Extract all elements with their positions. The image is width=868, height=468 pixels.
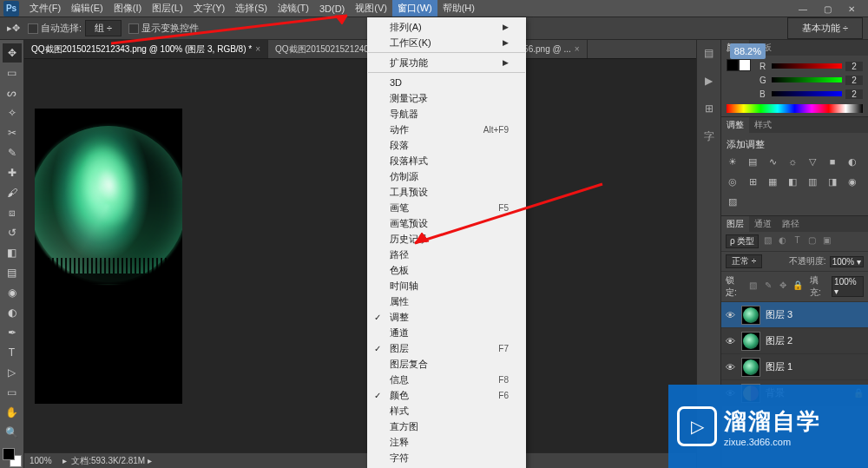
adj-invert-icon[interactable]: ◧: [786, 176, 799, 188]
layer-thumb[interactable]: [741, 332, 760, 351]
visibility-icon[interactable]: 👁: [726, 362, 736, 372]
adj-mixer-icon[interactable]: ⊞: [746, 176, 759, 188]
menu-navigator[interactable]: 导航器: [367, 106, 526, 122]
b-slider[interactable]: [772, 91, 842, 96]
adj-bw-icon[interactable]: ◐: [846, 156, 858, 168]
adj-vibrance-icon[interactable]: ▽: [806, 156, 819, 168]
gradient-tool[interactable]: ▤: [3, 263, 22, 282]
adj-exposure-icon[interactable]: ☼: [786, 156, 799, 168]
menu-3d[interactable]: 3D: [367, 75, 526, 90]
menu-workspace[interactable]: 工作区(K)▶: [367, 35, 526, 50]
adj-gradient-icon[interactable]: ▨: [727, 196, 739, 208]
hand-tool[interactable]: ✋: [3, 403, 22, 422]
fill-value[interactable]: 100% ▾: [832, 276, 864, 297]
lock-all-icon[interactable]: 🔒: [792, 280, 803, 293]
blend-mode[interactable]: 正常 ÷: [726, 254, 762, 268]
zoom-tool[interactable]: 🔍: [3, 423, 22, 442]
filter-shape-icon[interactable]: ▢: [806, 235, 818, 247]
magic-wand-tool[interactable]: ✧: [3, 103, 22, 122]
tab-adjustments[interactable]: 调整: [721, 117, 749, 133]
tab-channels[interactable]: 通道: [749, 216, 777, 232]
history-panel-icon[interactable]: ▤: [701, 45, 717, 61]
panel-swatches[interactable]: [727, 59, 751, 101]
shape-tool[interactable]: ▭: [3, 383, 22, 402]
adj-brightness-icon[interactable]: ☀: [727, 156, 739, 168]
menu-help[interactable]: 帮助(H): [437, 0, 480, 16]
adj-lookup-icon[interactable]: ▦: [766, 176, 779, 188]
filter-type-icon[interactable]: T: [791, 235, 803, 247]
adj-selective-icon[interactable]: ◉: [846, 176, 858, 188]
opacity-value[interactable]: 100% ▾: [830, 256, 864, 267]
layer-row[interactable]: 👁 图层 1: [721, 354, 868, 380]
tab-close-icon[interactable]: ×: [575, 44, 580, 54]
layer-thumb[interactable]: [741, 358, 760, 377]
menu-timeline[interactable]: 时间轴: [367, 278, 526, 293]
minimize-icon[interactable]: —: [797, 4, 809, 13]
adj-curves-icon[interactable]: ∿: [766, 156, 779, 168]
menu-measurement[interactable]: 测量记录: [367, 90, 526, 106]
menu-file[interactable]: 文件(F): [24, 0, 66, 16]
hue-ramp[interactable]: [727, 104, 863, 113]
menu-histogram[interactable]: 直方图: [367, 419, 526, 434]
brush-tool[interactable]: 🖌: [3, 183, 22, 202]
menu-notes[interactable]: 注释: [367, 434, 526, 450]
tab-layers[interactable]: 图层: [721, 216, 749, 232]
menu-edit[interactable]: 编辑(E): [66, 0, 108, 16]
lasso-tool[interactable]: ᔕ: [3, 83, 22, 102]
type-tool[interactable]: T: [3, 343, 22, 362]
menu-styles[interactable]: 样式: [367, 403, 526, 419]
lock-paint-icon[interactable]: ✎: [762, 280, 773, 293]
eyedropper-tool[interactable]: ✎: [3, 143, 22, 162]
menu-layer-comps[interactable]: 图层复合: [367, 356, 526, 372]
menu-adjustments[interactable]: ✓调整: [367, 309, 526, 325]
stamp-tool[interactable]: ⧇: [3, 203, 22, 222]
color-swatches[interactable]: [3, 448, 22, 467]
menu-character[interactable]: 字符: [367, 450, 526, 465]
fg-swatch[interactable]: [3, 448, 15, 460]
g-slider[interactable]: [772, 77, 842, 82]
crop-tool[interactable]: ✂: [3, 123, 22, 142]
lock-pixel-icon[interactable]: ▧: [747, 280, 759, 293]
filter-image-icon[interactable]: ▧: [761, 235, 773, 247]
menu-actions[interactable]: 动作Alt+F9: [367, 122, 526, 137]
path-select-tool[interactable]: ▷: [3, 363, 22, 382]
menu-paragraph-styles[interactable]: 段落样式: [367, 153, 526, 168]
tab-paths[interactable]: 路径: [777, 216, 805, 232]
menu-channels[interactable]: 通道: [367, 325, 526, 340]
eraser-tool[interactable]: ◧: [3, 243, 22, 262]
status-arrow-icon[interactable]: ▸: [62, 456, 67, 465]
autoselect-checkbox[interactable]: [28, 23, 38, 34]
canvas[interactable]: [24, 59, 696, 452]
maximize-icon[interactable]: ▢: [821, 4, 833, 13]
menu-info[interactable]: 信息F8: [367, 372, 526, 387]
menu-extensions[interactable]: 扩展功能▶: [367, 55, 526, 70]
character-panel-icon[interactable]: 字: [701, 129, 717, 144]
panel-bg-swatch[interactable]: [739, 59, 751, 71]
menu-window[interactable]: 窗口(W): [392, 0, 437, 16]
close-icon[interactable]: ✕: [845, 4, 858, 13]
adj-threshold-icon[interactable]: ◨: [826, 176, 838, 188]
tab-styles[interactable]: 样式: [749, 117, 777, 133]
menu-swatches[interactable]: 色板: [367, 262, 526, 278]
workspace-switcher[interactable]: 基本功能 ÷: [787, 17, 863, 39]
g-value[interactable]: 2: [845, 76, 863, 85]
panel-fg-swatch[interactable]: [727, 59, 739, 71]
marquee-tool[interactable]: ▭: [3, 63, 22, 82]
adj-hue-icon[interactable]: ■: [826, 156, 838, 168]
dodge-tool[interactable]: ◐: [3, 303, 22, 322]
layer-filter-kind[interactable]: ρ 类型: [726, 234, 759, 248]
menu-paragraph[interactable]: 段落: [367, 137, 526, 153]
adj-posterize-icon[interactable]: ▥: [806, 176, 819, 188]
menu-layers-item[interactable]: ✓图层F7: [367, 340, 526, 356]
b-value[interactable]: 2: [845, 89, 863, 99]
menu-arrange[interactable]: 排列(A)▶: [367, 19, 526, 35]
pen-tool[interactable]: ✒: [3, 323, 22, 342]
filter-adjust-icon[interactable]: ◐: [776, 235, 788, 247]
visibility-icon[interactable]: 👁: [726, 336, 736, 346]
properties-panel-icon[interactable]: ⊞: [701, 101, 717, 116]
menu-properties[interactable]: 属性: [367, 293, 526, 309]
filter-smart-icon[interactable]: ▣: [820, 235, 832, 247]
lock-move-icon[interactable]: ✥: [777, 280, 788, 293]
move-tool[interactable]: ✥: [3, 43, 22, 63]
layer-row[interactable]: 👁 图层 2: [721, 328, 868, 354]
